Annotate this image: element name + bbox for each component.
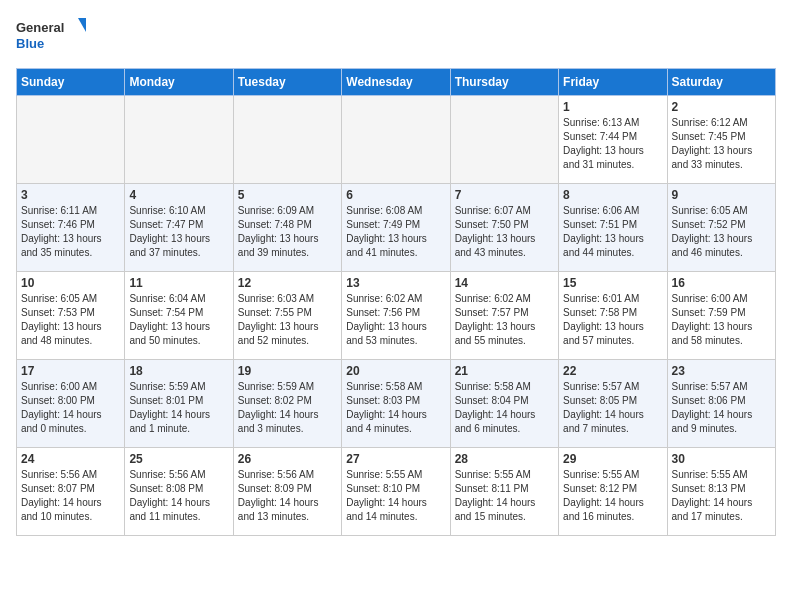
day-info: Sunrise: 6:13 AMSunset: 7:44 PMDaylight:…: [563, 116, 662, 172]
day-number: 26: [238, 452, 337, 466]
calendar-cell: 28Sunrise: 5:55 AMSunset: 8:11 PMDayligh…: [450, 448, 558, 536]
day-info: Sunrise: 5:56 AMSunset: 8:07 PMDaylight:…: [21, 468, 120, 524]
calendar-cell: 19Sunrise: 5:59 AMSunset: 8:02 PMDayligh…: [233, 360, 341, 448]
day-number: 27: [346, 452, 445, 466]
calendar-cell: 29Sunrise: 5:55 AMSunset: 8:12 PMDayligh…: [559, 448, 667, 536]
day-number: 21: [455, 364, 554, 378]
day-number: 5: [238, 188, 337, 202]
calendar-cell: 24Sunrise: 5:56 AMSunset: 8:07 PMDayligh…: [17, 448, 125, 536]
calendar-cell: 30Sunrise: 5:55 AMSunset: 8:13 PMDayligh…: [667, 448, 775, 536]
svg-text:General: General: [16, 20, 64, 35]
day-info: Sunrise: 6:05 AMSunset: 7:53 PMDaylight:…: [21, 292, 120, 348]
calendar-cell: 21Sunrise: 5:58 AMSunset: 8:04 PMDayligh…: [450, 360, 558, 448]
calendar-cell: 8Sunrise: 6:06 AMSunset: 7:51 PMDaylight…: [559, 184, 667, 272]
calendar-cell: 1Sunrise: 6:13 AMSunset: 7:44 PMDaylight…: [559, 96, 667, 184]
day-number: 15: [563, 276, 662, 290]
calendar-cell: [450, 96, 558, 184]
day-info: Sunrise: 5:59 AMSunset: 8:02 PMDaylight:…: [238, 380, 337, 436]
svg-text:Blue: Blue: [16, 36, 44, 51]
day-info: Sunrise: 5:57 AMSunset: 8:05 PMDaylight:…: [563, 380, 662, 436]
day-number: 22: [563, 364, 662, 378]
day-info: Sunrise: 5:56 AMSunset: 8:08 PMDaylight:…: [129, 468, 228, 524]
calendar-cell: 26Sunrise: 5:56 AMSunset: 8:09 PMDayligh…: [233, 448, 341, 536]
calendar-cell: 9Sunrise: 6:05 AMSunset: 7:52 PMDaylight…: [667, 184, 775, 272]
day-info: Sunrise: 6:08 AMSunset: 7:49 PMDaylight:…: [346, 204, 445, 260]
day-number: 2: [672, 100, 771, 114]
day-info: Sunrise: 5:56 AMSunset: 8:09 PMDaylight:…: [238, 468, 337, 524]
calendar-week-row: 17Sunrise: 6:00 AMSunset: 8:00 PMDayligh…: [17, 360, 776, 448]
day-info: Sunrise: 6:02 AMSunset: 7:56 PMDaylight:…: [346, 292, 445, 348]
calendar-week-row: 1Sunrise: 6:13 AMSunset: 7:44 PMDaylight…: [17, 96, 776, 184]
day-info: Sunrise: 5:58 AMSunset: 8:03 PMDaylight:…: [346, 380, 445, 436]
day-info: Sunrise: 5:55 AMSunset: 8:13 PMDaylight:…: [672, 468, 771, 524]
calendar-cell: 20Sunrise: 5:58 AMSunset: 8:03 PMDayligh…: [342, 360, 450, 448]
day-number: 10: [21, 276, 120, 290]
calendar-week-row: 24Sunrise: 5:56 AMSunset: 8:07 PMDayligh…: [17, 448, 776, 536]
day-info: Sunrise: 5:55 AMSunset: 8:11 PMDaylight:…: [455, 468, 554, 524]
calendar-cell: [233, 96, 341, 184]
calendar-cell: 2Sunrise: 6:12 AMSunset: 7:45 PMDaylight…: [667, 96, 775, 184]
calendar-cell: 12Sunrise: 6:03 AMSunset: 7:55 PMDayligh…: [233, 272, 341, 360]
day-info: Sunrise: 6:12 AMSunset: 7:45 PMDaylight:…: [672, 116, 771, 172]
calendar-cell: 16Sunrise: 6:00 AMSunset: 7:59 PMDayligh…: [667, 272, 775, 360]
day-number: 9: [672, 188, 771, 202]
day-info: Sunrise: 5:55 AMSunset: 8:12 PMDaylight:…: [563, 468, 662, 524]
svg-marker-2: [78, 18, 86, 32]
calendar-cell: 18Sunrise: 5:59 AMSunset: 8:01 PMDayligh…: [125, 360, 233, 448]
day-number: 25: [129, 452, 228, 466]
calendar-cell: 22Sunrise: 5:57 AMSunset: 8:05 PMDayligh…: [559, 360, 667, 448]
day-info: Sunrise: 5:59 AMSunset: 8:01 PMDaylight:…: [129, 380, 228, 436]
calendar-cell: 25Sunrise: 5:56 AMSunset: 8:08 PMDayligh…: [125, 448, 233, 536]
calendar-cell: 15Sunrise: 6:01 AMSunset: 7:58 PMDayligh…: [559, 272, 667, 360]
weekday-header-saturday: Saturday: [667, 69, 775, 96]
calendar-cell: 14Sunrise: 6:02 AMSunset: 7:57 PMDayligh…: [450, 272, 558, 360]
day-number: 14: [455, 276, 554, 290]
day-number: 8: [563, 188, 662, 202]
calendar-week-row: 10Sunrise: 6:05 AMSunset: 7:53 PMDayligh…: [17, 272, 776, 360]
day-number: 7: [455, 188, 554, 202]
page-header: General Blue: [16, 16, 776, 56]
day-number: 30: [672, 452, 771, 466]
day-number: 6: [346, 188, 445, 202]
calendar-cell: [342, 96, 450, 184]
day-info: Sunrise: 6:00 AMSunset: 8:00 PMDaylight:…: [21, 380, 120, 436]
weekday-header-sunday: Sunday: [17, 69, 125, 96]
day-info: Sunrise: 6:11 AMSunset: 7:46 PMDaylight:…: [21, 204, 120, 260]
calendar-table: SundayMondayTuesdayWednesdayThursdayFrid…: [16, 68, 776, 536]
day-info: Sunrise: 6:06 AMSunset: 7:51 PMDaylight:…: [563, 204, 662, 260]
weekday-header-friday: Friday: [559, 69, 667, 96]
calendar-cell: 13Sunrise: 6:02 AMSunset: 7:56 PMDayligh…: [342, 272, 450, 360]
day-info: Sunrise: 5:57 AMSunset: 8:06 PMDaylight:…: [672, 380, 771, 436]
calendar-cell: [17, 96, 125, 184]
day-number: 28: [455, 452, 554, 466]
day-number: 19: [238, 364, 337, 378]
day-info: Sunrise: 6:04 AMSunset: 7:54 PMDaylight:…: [129, 292, 228, 348]
calendar-cell: 11Sunrise: 6:04 AMSunset: 7:54 PMDayligh…: [125, 272, 233, 360]
calendar-cell: 23Sunrise: 5:57 AMSunset: 8:06 PMDayligh…: [667, 360, 775, 448]
calendar-cell: 4Sunrise: 6:10 AMSunset: 7:47 PMDaylight…: [125, 184, 233, 272]
day-info: Sunrise: 6:02 AMSunset: 7:57 PMDaylight:…: [455, 292, 554, 348]
calendar-cell: 27Sunrise: 5:55 AMSunset: 8:10 PMDayligh…: [342, 448, 450, 536]
weekday-header-monday: Monday: [125, 69, 233, 96]
day-info: Sunrise: 6:01 AMSunset: 7:58 PMDaylight:…: [563, 292, 662, 348]
day-number: 16: [672, 276, 771, 290]
day-info: Sunrise: 6:03 AMSunset: 7:55 PMDaylight:…: [238, 292, 337, 348]
calendar-cell: 6Sunrise: 6:08 AMSunset: 7:49 PMDaylight…: [342, 184, 450, 272]
day-number: 18: [129, 364, 228, 378]
day-info: Sunrise: 5:58 AMSunset: 8:04 PMDaylight:…: [455, 380, 554, 436]
day-number: 13: [346, 276, 445, 290]
day-number: 12: [238, 276, 337, 290]
day-number: 11: [129, 276, 228, 290]
day-number: 29: [563, 452, 662, 466]
logo: General Blue: [16, 16, 86, 56]
day-number: 20: [346, 364, 445, 378]
day-number: 24: [21, 452, 120, 466]
day-number: 17: [21, 364, 120, 378]
weekday-header-wednesday: Wednesday: [342, 69, 450, 96]
calendar-cell: 10Sunrise: 6:05 AMSunset: 7:53 PMDayligh…: [17, 272, 125, 360]
calendar-cell: 7Sunrise: 6:07 AMSunset: 7:50 PMDaylight…: [450, 184, 558, 272]
calendar-cell: 17Sunrise: 6:00 AMSunset: 8:00 PMDayligh…: [17, 360, 125, 448]
day-info: Sunrise: 6:10 AMSunset: 7:47 PMDaylight:…: [129, 204, 228, 260]
day-info: Sunrise: 6:07 AMSunset: 7:50 PMDaylight:…: [455, 204, 554, 260]
day-number: 4: [129, 188, 228, 202]
